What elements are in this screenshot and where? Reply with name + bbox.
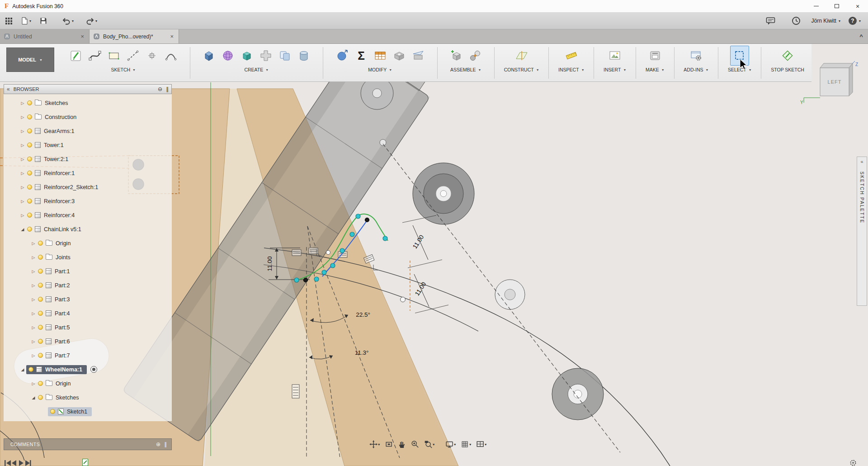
- collapse-icon[interactable]: ◢: [19, 367, 26, 372]
- active-sketch-highlight[interactable]: Sketch1: [48, 407, 92, 416]
- revolve-button[interactable]: [218, 46, 237, 66]
- browser-item-joints[interactable]: ▷Joints: [4, 250, 172, 264]
- ribbon-group-label-make[interactable]: MAKE▼: [646, 67, 665, 72]
- expand-palette-icon[interactable]: «: [860, 159, 863, 164]
- look-at-button[interactable]: [383, 439, 394, 449]
- browser-item-sketches[interactable]: ▷Sketches: [4, 96, 172, 110]
- browser-header[interactable]: « BROWSER ⊖ ∥: [4, 84, 172, 94]
- visibility-bulb-icon[interactable]: [38, 241, 43, 246]
- visibility-bulb-icon[interactable]: [50, 409, 55, 414]
- tab-overflow-button[interactable]: ^: [854, 29, 868, 43]
- browser-item-tower1[interactable]: ▷Tower:1: [4, 138, 172, 152]
- ribbon-group-label-sketch[interactable]: SKETCH▼: [111, 67, 136, 72]
- ribbon-group-label-construct[interactable]: CONSTRUCT▼: [504, 67, 539, 72]
- ribbon-group-label-modify[interactable]: MODIFY▼: [368, 67, 392, 72]
- visibility-bulb-icon[interactable]: [27, 199, 32, 204]
- ribbon-group-label-inspect[interactable]: INSPECT▼: [558, 67, 584, 72]
- app-grid-button[interactable]: [3, 16, 15, 26]
- maximize-button[interactable]: [826, 0, 847, 12]
- arc-tool-button[interactable]: [161, 46, 180, 66]
- attached-canvas-button[interactable]: [605, 46, 624, 66]
- scripts-addins-button[interactable]: [687, 46, 706, 66]
- visibility-bulb-icon[interactable]: [38, 255, 43, 260]
- shell-button[interactable]: [390, 46, 409, 66]
- pattern-button[interactable]: [275, 46, 294, 66]
- grid-snap-button[interactable]: ▾: [459, 439, 472, 449]
- tab-untitled[interactable]: Untitled ×: [0, 29, 90, 43]
- close-button[interactable]: ×: [847, 0, 868, 12]
- extrude-button[interactable]: [199, 46, 218, 66]
- expand-icon[interactable]: ▷: [30, 241, 37, 246]
- browser-item-part5[interactable]: ▷Part:5: [4, 320, 172, 334]
- browser-item-wheelnema-selected[interactable]: ◢ WheelNema:1: [4, 362, 172, 376]
- visibility-bulb-icon[interactable]: [38, 283, 43, 288]
- browser-item-reinforcer4[interactable]: ▷Reinforcer:4: [4, 208, 172, 222]
- visibility-bulb-icon[interactable]: [27, 157, 32, 162]
- activate-component-radio[interactable]: [90, 366, 97, 373]
- zoom-button[interactable]: [410, 439, 420, 449]
- expand-icon[interactable]: ▷: [30, 339, 37, 344]
- browser-item-geararms[interactable]: ▷GearArms:1: [4, 124, 172, 138]
- press-pull-button[interactable]: [333, 46, 352, 66]
- minimize-button[interactable]: [806, 0, 826, 12]
- rectangle-tool-button[interactable]: [104, 46, 123, 66]
- expand-icon[interactable]: ▷: [30, 325, 37, 330]
- help-menu[interactable]: ? ▾: [849, 17, 861, 25]
- ribbon-group-label-assemble[interactable]: ASSEMBLE▼: [450, 67, 481, 72]
- zoom-window-button[interactable]: ▾: [423, 439, 436, 449]
- collapse-icon[interactable]: ◢: [19, 227, 26, 232]
- visibility-bulb-icon[interactable]: [27, 171, 32, 176]
- browser-item-origin2[interactable]: ▷Origin: [4, 376, 172, 390]
- visibility-bulb-icon[interactable]: [27, 100, 32, 105]
- browser-item-reinforcer2[interactable]: ▷Reinforcer2_Sketch:1: [4, 180, 172, 194]
- ribbon-group-label-insert[interactable]: INSERT▼: [604, 67, 626, 72]
- collapse-panel-icon[interactable]: «: [7, 86, 10, 92]
- browser-item-part1[interactable]: ▷Part:1: [4, 264, 172, 278]
- pan-button[interactable]: [396, 439, 407, 449]
- browser-minus-icon[interactable]: ⊖: [158, 86, 162, 92]
- undo-button[interactable]: ▾: [59, 15, 76, 27]
- browser-item-part4[interactable]: ▷Part:4: [4, 306, 172, 320]
- change-parameters-button[interactable]: [371, 46, 390, 66]
- browser-item-part2[interactable]: ▷Part:2: [4, 278, 172, 292]
- visibility-bulb-icon[interactable]: [27, 143, 32, 147]
- expand-icon[interactable]: ▷: [30, 283, 37, 288]
- expand-icon[interactable]: ▷: [19, 213, 26, 218]
- visibility-bulb-icon[interactable]: [38, 353, 43, 358]
- browser-item-tower21[interactable]: ▷Tower:2:1: [4, 152, 172, 166]
- timeline-playback-controls[interactable]: [5, 459, 59, 466]
- visibility-bulb-icon[interactable]: [38, 381, 43, 386]
- expand-icon[interactable]: ▷: [19, 157, 26, 162]
- browser-item-origin[interactable]: ▷Origin: [4, 236, 172, 250]
- sketch-palette-tab[interactable]: « SKETCH PALETTE: [857, 157, 867, 306]
- workspace-selector[interactable]: MODEL ▼: [6, 48, 54, 72]
- browser-item-reinforcer1[interactable]: ▷Reinforcer:1: [4, 166, 172, 180]
- joint-button[interactable]: [466, 46, 485, 66]
- expand-icon[interactable]: ▷: [30, 311, 37, 316]
- stop-sketch-button[interactable]: [778, 46, 797, 66]
- timeline-sketch-marker[interactable]: [82, 459, 89, 466]
- sketch-point-hollow[interactable]: [401, 297, 406, 302]
- create-form-button[interactable]: [256, 46, 275, 66]
- browser-item-sketch1[interactable]: Sketch1: [4, 404, 172, 418]
- tab-close-icon[interactable]: ×: [169, 33, 175, 40]
- ribbon-group-label-stop-sketch[interactable]: STOP SKETCH: [771, 67, 804, 72]
- visibility-bulb-icon[interactable]: [38, 269, 43, 274]
- visibility-bulb-icon[interactable]: [27, 227, 32, 232]
- new-component-button[interactable]: [447, 46, 466, 66]
- browser-item-reinforcer3[interactable]: ▷Reinforcer:3: [4, 194, 172, 208]
- expand-icon[interactable]: ▷: [19, 115, 26, 119]
- add-comment-icon[interactable]: ⊕: [156, 441, 160, 447]
- measure-button[interactable]: [562, 46, 581, 66]
- redo-button[interactable]: ▾: [83, 15, 100, 27]
- expand-icon[interactable]: ▷: [19, 171, 26, 176]
- expand-icon[interactable]: ▷: [30, 269, 37, 274]
- save-button[interactable]: [37, 15, 50, 27]
- visibility-bulb-icon[interactable]: [38, 339, 43, 344]
- browser-item-chainlink[interactable]: ◢ChainLink v5:1: [4, 222, 172, 236]
- expand-icon[interactable]: ▷: [19, 199, 26, 204]
- timeline-settings-gear-icon[interactable]: [849, 459, 857, 466]
- visibility-bulb-icon[interactable]: [38, 297, 43, 302]
- browser-item-sketches2[interactable]: ◢Sketches: [4, 390, 172, 404]
- viewcube-top-face[interactable]: [820, 63, 853, 68]
